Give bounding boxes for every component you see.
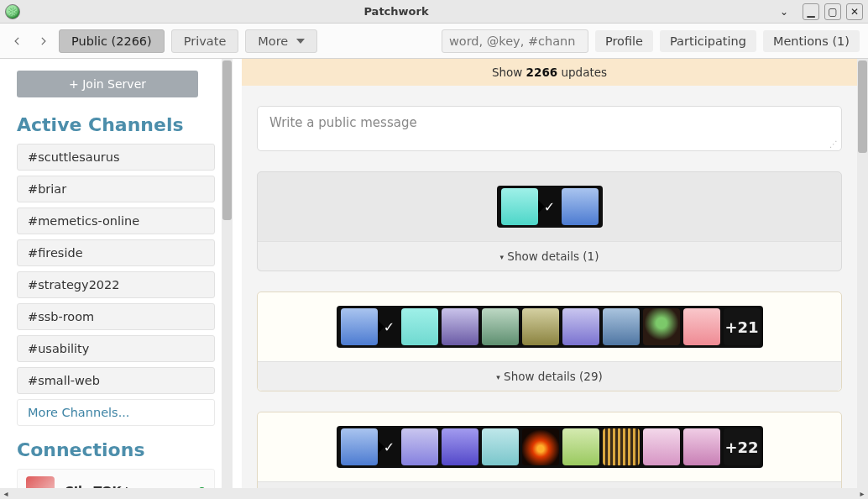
avatar[interactable] — [603, 308, 640, 345]
sidebar: + Join Server Active Channels #scuttlesa… — [0, 59, 222, 499]
hscroll-right-icon[interactable]: ▸ — [856, 489, 868, 498]
window-title: Patchwork — [20, 5, 772, 18]
feed-card: ✓▾ Show details (1) — [257, 171, 842, 271]
active-channels-title: Active Channels — [17, 114, 215, 135]
window-menu-icon[interactable]: ⌄ — [776, 3, 792, 20]
avatar[interactable] — [341, 428, 378, 465]
main-scrollbar[interactable] — [857, 59, 868, 499]
card-top: ✓+21 — [258, 292, 841, 361]
more-avatars-badge[interactable]: +21 — [724, 308, 761, 345]
avatar[interactable] — [522, 428, 559, 465]
tab-more[interactable]: More — [245, 29, 317, 53]
follow-strip: ✓+22 — [337, 426, 763, 468]
followed-check-icon: ✓ — [379, 319, 400, 335]
main-wrap: Show 2266 updates Write a public message… — [242, 59, 868, 499]
close-button[interactable]: ✕ — [846, 3, 863, 20]
channel-item[interactable]: #briar — [17, 176, 215, 202]
avatar[interactable] — [442, 428, 478, 465]
app-logo-icon — [5, 4, 20, 19]
maximize-button[interactable]: ▢ — [824, 3, 841, 20]
feed: Write a public message ⋰ ✓▾ Show details… — [242, 86, 857, 499]
channel-item[interactable]: #usability — [17, 335, 215, 362]
show-details-label: Show details (29) — [504, 370, 603, 383]
mentions-button[interactable]: Mentions (1) — [763, 30, 860, 52]
connections-title: Connections — [17, 439, 215, 460]
avatar[interactable] — [643, 428, 680, 465]
sidebar-scrollbar-thumb[interactable] — [222, 60, 232, 220]
avatar[interactable] — [603, 428, 640, 465]
toolbar: Public (2266) Private More Profile Parti… — [0, 24, 868, 59]
main-scrollbar-thumb[interactable] — [858, 60, 867, 153]
nav-forward-button[interactable] — [34, 32, 52, 50]
compose-box[interactable]: Write a public message ⋰ — [257, 106, 842, 151]
caret-down-icon: ▾ — [496, 373, 500, 381]
follow-strip: ✓+21 — [337, 306, 763, 348]
card-top: ✓ — [258, 172, 841, 241]
tab-more-label: More — [258, 34, 288, 48]
avatar[interactable] — [341, 308, 378, 345]
arrow-right-icon — [37, 35, 49, 47]
arrow-left-icon — [12, 35, 24, 47]
chevron-down-icon — [296, 39, 305, 44]
followed-check-icon: ✓ — [379, 439, 400, 455]
avatar[interactable] — [562, 428, 599, 465]
avatar[interactable] — [401, 428, 438, 465]
participating-button[interactable]: Participating — [660, 30, 756, 52]
tab-private[interactable]: Private — [171, 29, 239, 53]
avatar[interactable] — [643, 308, 680, 345]
hscroll-left-icon[interactable]: ◂ — [0, 489, 12, 498]
updates-banner[interactable]: Show 2266 updates — [242, 59, 857, 86]
card-top: ✓+22 — [258, 412, 841, 481]
avatar[interactable] — [401, 308, 438, 345]
channel-list: #scuttlesaurus#briar#memetics-online#fir… — [17, 144, 215, 394]
channel-item[interactable]: #fireside — [17, 239, 215, 266]
body: + Join Server Active Channels #scuttlesa… — [0, 59, 868, 499]
channel-item[interactable]: #memetics-online — [17, 207, 215, 234]
show-details-button[interactable]: ▾ Show details (1) — [258, 241, 841, 271]
sidebar-scrollbar[interactable] — [222, 59, 233, 499]
banner-suffix: updates — [557, 66, 607, 79]
avatar[interactable] — [501, 188, 538, 225]
channel-item[interactable]: #ssb-room — [17, 303, 215, 330]
titlebar: Patchwork ⌄ ▁ ▢ ✕ — [0, 0, 868, 24]
avatar[interactable] — [562, 308, 599, 345]
avatar[interactable] — [482, 308, 519, 345]
resize-grip-icon[interactable]: ⋰ — [829, 139, 838, 149]
feed-card: ✓+22▾ Show details (30) — [257, 412, 842, 499]
avatar[interactable] — [442, 308, 478, 345]
more-avatars-badge[interactable]: +22 — [724, 428, 761, 465]
main: Show 2266 updates Write a public message… — [242, 59, 857, 499]
caret-down-icon: ▾ — [500, 253, 505, 261]
channel-item[interactable]: #scuttlesaurus — [17, 144, 215, 171]
channel-item[interactable]: #strategy2022 — [17, 271, 215, 298]
card-list: ✓▾ Show details (1)✓+21▾ Show details (2… — [257, 171, 842, 499]
nav-back-button[interactable] — [8, 32, 27, 50]
avatar[interactable] — [482, 428, 519, 465]
horizontal-scrollbar[interactable]: ◂ ▸ — [0, 488, 868, 499]
avatar[interactable] — [683, 428, 720, 465]
tab-public[interactable]: Public (2266) — [59, 29, 165, 53]
avatar[interactable] — [683, 308, 720, 345]
more-channels-link[interactable]: More Channels... — [17, 399, 215, 426]
feed-card: ✓+21▾ Show details (29) — [257, 292, 842, 391]
show-details-label: Show details (1) — [507, 250, 599, 263]
sidebar-wrap: + Join Server Active Channels #scuttlesa… — [0, 59, 242, 499]
compose-placeholder: Write a public message — [269, 115, 417, 130]
channel-item[interactable]: #small-web — [17, 367, 215, 394]
followed-check-icon: ✓ — [540, 199, 560, 215]
avatar[interactable] — [562, 188, 599, 225]
avatar[interactable] — [522, 308, 559, 345]
minimize-button[interactable]: ▁ — [803, 3, 819, 20]
banner-prefix: Show — [492, 66, 526, 79]
search-input[interactable] — [442, 29, 588, 53]
join-server-button[interactable]: + Join Server — [17, 71, 198, 97]
banner-count: 2266 — [526, 66, 558, 79]
show-details-button[interactable]: ▾ Show details (29) — [258, 361, 841, 391]
follow-strip: ✓ — [497, 186, 603, 228]
profile-button[interactable]: Profile — [595, 30, 653, 52]
